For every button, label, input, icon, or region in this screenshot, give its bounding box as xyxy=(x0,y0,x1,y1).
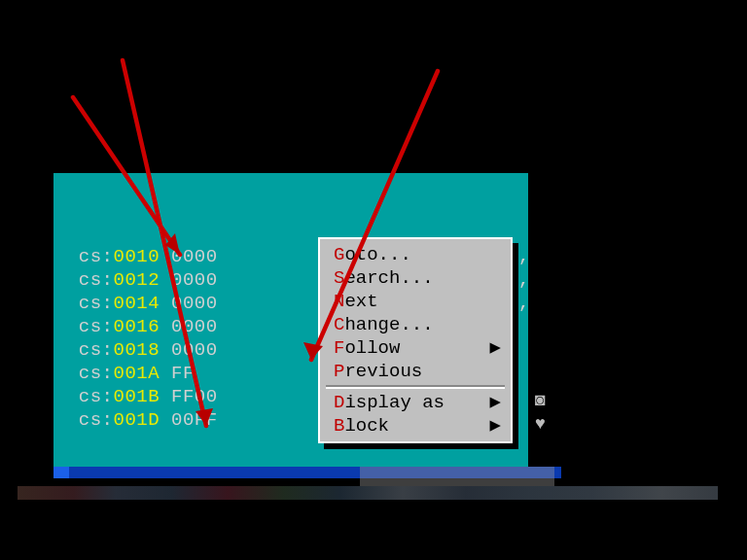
menu-item-label: isplay as xyxy=(344,392,445,413)
menu-item-next[interactable]: Next xyxy=(320,290,511,313)
menu-hotkey: B xyxy=(334,415,344,437)
menu-item-block[interactable]: Block▶ xyxy=(320,414,511,438)
menu-item-change-[interactable]: Change... xyxy=(320,313,511,336)
menu-item-label: ext xyxy=(344,291,377,312)
horizontal-scrollbar-thumb[interactable] xyxy=(53,467,69,478)
menu-item-follow[interactable]: Follow▶ xyxy=(320,336,511,360)
submenu-arrow-icon: ▶ xyxy=(490,391,501,414)
menu-hotkey: P xyxy=(334,361,344,382)
menu-item-label: earch... xyxy=(344,267,433,289)
menu-hotkey: S xyxy=(334,267,344,289)
menu-hotkey: C xyxy=(334,314,344,335)
submenu-arrow-icon: ▶ xyxy=(490,336,501,360)
menu-item-label: revious xyxy=(344,361,422,382)
menu-separator xyxy=(326,385,505,389)
menu-item-label: hange... xyxy=(344,314,433,335)
menu-item-label: oto... xyxy=(344,244,410,265)
menu-item-search-[interactable]: Search... xyxy=(320,266,511,290)
menu-hotkey: F xyxy=(334,337,344,359)
menu-hotkey: N xyxy=(334,291,344,312)
menu-item-goto-[interactable]: Goto... xyxy=(320,243,511,266)
taskbar-gradient xyxy=(18,486,718,500)
menu-item-display-as[interactable]: Display as▶ xyxy=(320,391,511,414)
submenu-arrow-icon: ▶ xyxy=(490,414,501,438)
menu-item-label: lock xyxy=(344,415,389,437)
menu-item-previous[interactable]: Previous xyxy=(320,360,511,383)
menu-item-label: ollow xyxy=(344,337,400,359)
menu-hotkey: D xyxy=(334,392,344,413)
decor-glyph-2: ♥ xyxy=(535,414,546,434)
menu-shadow xyxy=(360,467,554,486)
decor-glyph-1: ◙ xyxy=(535,391,546,410)
context-menu[interactable]: Goto...Search...NextChange...Follow▶Prev… xyxy=(318,237,513,443)
menu-hotkey: G xyxy=(334,244,344,265)
